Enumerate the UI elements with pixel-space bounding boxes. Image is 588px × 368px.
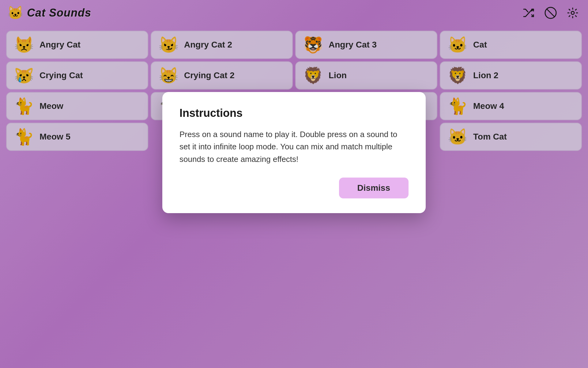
dialog-body: Press on a sound name to play it. Double… (179, 128, 409, 165)
dialog-overlay: Instructions Press on a sound name to pl… (0, 0, 588, 368)
instructions-dialog: Instructions Press on a sound name to pl… (162, 92, 426, 213)
dialog-title: Instructions (179, 107, 409, 120)
dialog-footer: Dismiss (179, 178, 409, 198)
dismiss-button[interactable]: Dismiss (339, 178, 409, 198)
